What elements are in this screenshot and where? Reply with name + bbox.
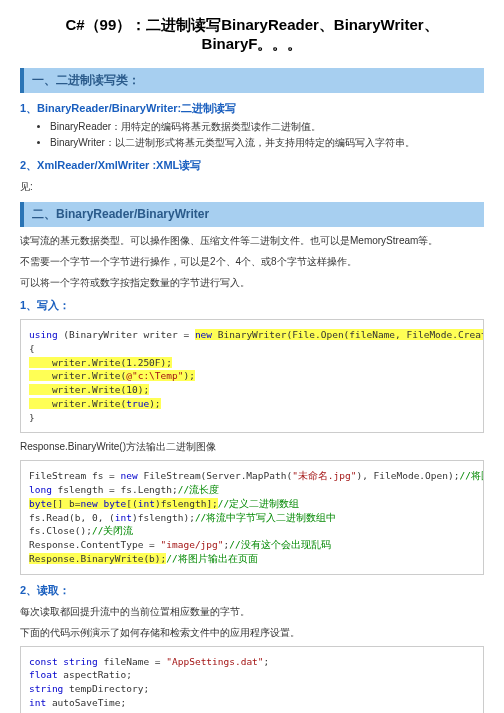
binary-write-note: Response.BinaryWrite()方法输出二进制图像 bbox=[20, 439, 484, 454]
code-block-read: const string fileName = "AppSettings.dat… bbox=[20, 646, 484, 713]
code-block-write-2: FileStream fs = new FileStream(Server.Ma… bbox=[20, 460, 484, 574]
write-heading: 1、写入： bbox=[20, 298, 484, 313]
code-block-write-1: using (BinaryWriter writer = new BinaryW… bbox=[20, 319, 484, 433]
section-1-1-heading[interactable]: 1、BinaryReader/BinaryWriter:二进制读写 bbox=[20, 101, 484, 116]
read-heading: 2、读取： bbox=[20, 583, 484, 598]
paragraph: 每次读取都回提升流中的当前位置相应数量的字节。 bbox=[20, 604, 484, 619]
paragraph: 读写流的基元数据类型。可以操作图像、压缩文件等二进制文件。也可以是MemoryS… bbox=[20, 233, 484, 248]
section-2-heading: 二、BinaryReader/BinaryWriter bbox=[20, 202, 484, 227]
paragraph: 不需要一个字节一个字节进行操作，可以是2个、4个、或8个字节这样操作。 bbox=[20, 254, 484, 269]
paragraph: 可以将一个字符或数字按指定数量的字节进行写入。 bbox=[20, 275, 484, 290]
paragraph: 下面的代码示例演示了如何存储和检索文件中的应用程序设置。 bbox=[20, 625, 484, 640]
list-item: BinaryWriter：以二进制形式将基元类型写入流，并支持用特定的编码写入字… bbox=[50, 136, 484, 150]
list-item: BinaryReader：用特定的编码将基元数据类型读作二进制值。 bbox=[50, 120, 484, 134]
section-1-2-heading[interactable]: 2、XmlReader/XmlWriter :XML读写 bbox=[20, 158, 484, 173]
see-text: 见: bbox=[20, 179, 484, 194]
page-title: C#（99）：二进制读写BinaryReader、BinaryWriter、Bi… bbox=[20, 16, 484, 54]
section-1-heading: 一、二进制读写类： bbox=[20, 68, 484, 93]
binary-rw-description: BinaryReader：用特定的编码将基元数据类型读作二进制值。 Binary… bbox=[50, 120, 484, 150]
